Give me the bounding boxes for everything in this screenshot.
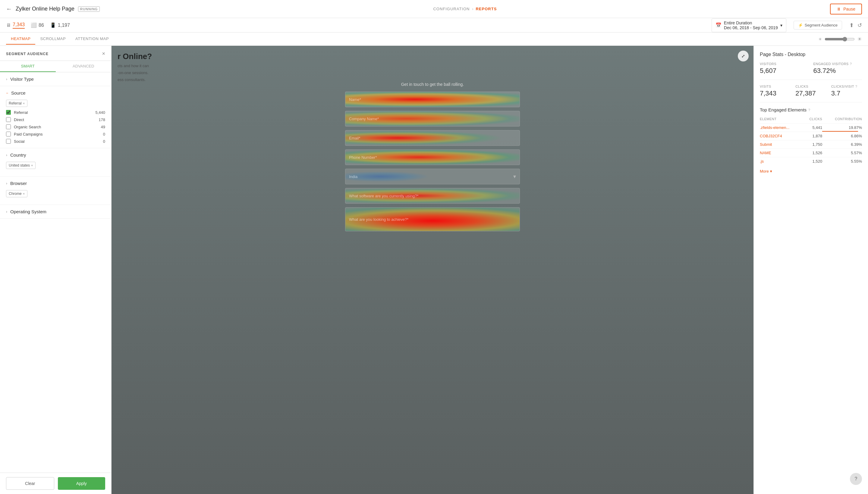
country-content: United states × bbox=[0, 162, 111, 176]
mobile-device[interactable]: 📱 1,197 bbox=[50, 22, 70, 28]
metrics-row: VISITS 7,343 CLICKS 27,387 CLICKS/VISIT … bbox=[760, 84, 862, 102]
heatmap-phone-field: Phone Number* bbox=[345, 149, 520, 165]
nav-reports[interactable]: REPORTS bbox=[476, 7, 497, 11]
element-name[interactable]: COBJ32CF4 bbox=[760, 132, 803, 140]
organic-count: 49 bbox=[90, 125, 105, 129]
browser-header[interactable]: › Browser bbox=[0, 176, 111, 190]
more-label: More bbox=[760, 169, 769, 173]
paid-checkbox[interactable] bbox=[6, 132, 11, 136]
source-header[interactable]: − Source bbox=[0, 86, 111, 100]
referral-checkbox[interactable] bbox=[6, 110, 11, 115]
source-checkbox-list: Referral 5,440 Direct 178 Organic Search… bbox=[6, 110, 105, 144]
element-clicks: 1,750 bbox=[803, 140, 822, 149]
name-placeholder: Name* bbox=[349, 97, 361, 102]
segment-panel: SEGMENT AUDIENCE × SMART ADVANCED › Visi… bbox=[0, 46, 112, 494]
table-row: .zfields-elemen... 5,441 19.87% bbox=[760, 124, 862, 132]
engaged-table: ELEMENT CLICKS CONTRIBUTION .zfields-ele… bbox=[760, 116, 862, 165]
tablet-device[interactable]: ⬜ 86 bbox=[31, 22, 44, 28]
country-expand-icon: › bbox=[6, 153, 7, 157]
heatmap-software-field: What software are you currently using?* bbox=[345, 188, 520, 204]
nav-config[interactable]: CONFIGURATION bbox=[433, 7, 469, 11]
remove-source-tag[interactable]: × bbox=[23, 101, 25, 105]
heatmap-overlay-name bbox=[345, 92, 520, 107]
mobile-count: 1,197 bbox=[58, 23, 70, 28]
expand-button[interactable]: ⤢ bbox=[738, 51, 749, 61]
back-button[interactable]: ← bbox=[6, 5, 12, 12]
source-collapse-icon: − bbox=[6, 91, 8, 95]
os-header[interactable]: › Operating System bbox=[0, 205, 111, 218]
element-contribution: 5.55% bbox=[822, 157, 862, 166]
visitor-type-header[interactable]: › Visitor Type bbox=[0, 72, 111, 86]
smart-tab[interactable]: SMART bbox=[0, 61, 56, 72]
remove-browser-tag[interactable]: × bbox=[23, 192, 25, 195]
visitors-value: 5,607 bbox=[760, 67, 809, 75]
visits-value: 7,343 bbox=[760, 90, 791, 97]
element-clicks: 1,520 bbox=[803, 157, 822, 166]
clicks-value: 27,387 bbox=[795, 90, 826, 97]
cpv-help-icon[interactable]: ? bbox=[855, 84, 857, 88]
element-name[interactable]: .zfields-elemen... bbox=[760, 124, 803, 132]
clicks-per-visit-value: 3.7 bbox=[831, 90, 862, 97]
share-button[interactable]: ⬆ bbox=[849, 22, 854, 28]
pause-button[interactable]: ⏸ Pause bbox=[830, 4, 862, 15]
heatmap-area: r Online? cts and how it can -on-one ses… bbox=[112, 46, 754, 494]
referral-label: Referral bbox=[14, 110, 87, 115]
more-chevron-icon: ▾ bbox=[770, 169, 772, 173]
contribution-col-header: CONTRIBUTION bbox=[822, 116, 862, 124]
engaged-help-icon[interactable]: ? bbox=[850, 62, 852, 66]
segment-label: Segment Audience bbox=[805, 23, 837, 27]
os-expand-icon: › bbox=[6, 210, 7, 214]
close-panel-button[interactable]: × bbox=[102, 51, 105, 57]
element-name[interactable]: NAME bbox=[760, 149, 803, 157]
heatmap-overlay-country bbox=[345, 169, 520, 184]
header-left: ← Zylker Online Help Page RUNNING bbox=[6, 5, 100, 12]
tab-scrollmap[interactable]: SCROLLMAP bbox=[35, 34, 71, 44]
top-engaged-help-icon[interactable]: ? bbox=[808, 108, 810, 112]
help-button[interactable]: ? bbox=[850, 473, 862, 485]
element-clicks: 1,878 bbox=[803, 132, 822, 140]
visits-label: VISITS bbox=[760, 84, 791, 88]
segment-audience-button[interactable]: ⚡ Segment Audience bbox=[794, 21, 842, 30]
status-badge: RUNNING bbox=[78, 6, 100, 12]
header-icons: ⬆ ↺ bbox=[849, 22, 862, 28]
os-label: Operating System bbox=[10, 209, 47, 214]
more-link[interactable]: More ▾ bbox=[760, 169, 862, 173]
top-header: ← Zylker Online Help Page RUNNING CONFIG… bbox=[0, 0, 868, 18]
browser-content: Chrome × bbox=[0, 190, 111, 205]
country-header[interactable]: › Country bbox=[0, 148, 111, 162]
direct-checkbox[interactable] bbox=[6, 117, 11, 122]
organic-checkbox[interactable] bbox=[6, 125, 11, 129]
stats-title: Page Stats - Desktop bbox=[760, 52, 862, 57]
social-checkbox[interactable] bbox=[6, 139, 11, 144]
panel-actions: Clear Apply bbox=[0, 473, 111, 494]
date-selector[interactable]: 📅 Entire Duration Dec 06, 2018 - Sep 06,… bbox=[712, 18, 786, 32]
mobile-icon: 📱 bbox=[50, 22, 56, 28]
refresh-button[interactable]: ↺ bbox=[857, 22, 862, 28]
desktop-device[interactable]: 🖥 7,343 bbox=[6, 22, 25, 28]
clear-button[interactable]: Clear bbox=[6, 477, 54, 490]
apply-button[interactable]: Apply bbox=[58, 477, 106, 490]
browser-section: › Browser Chrome × bbox=[0, 176, 111, 205]
advanced-tab[interactable]: ADVANCED bbox=[56, 61, 112, 72]
panel-title: SEGMENT AUDIENCE bbox=[6, 52, 49, 56]
brightness-slider[interactable] bbox=[825, 37, 855, 42]
device-group: 🖥 7,343 ⬜ 86 📱 1,197 bbox=[6, 22, 70, 28]
table-row: NAME 1,526 5.57% bbox=[760, 149, 862, 157]
source-content: Referral × Referral 5,440 Direct 178 bbox=[0, 100, 111, 148]
tab-heatmap[interactable]: HEATMAP bbox=[6, 34, 35, 44]
source-tags: Referral × bbox=[6, 100, 105, 107]
desktop-count: 7,343 bbox=[13, 22, 25, 28]
header-nav: CONFIGURATION › REPORTS bbox=[433, 7, 497, 11]
list-item: Direct 178 bbox=[6, 117, 105, 122]
country-tag-us: United states × bbox=[6, 162, 36, 169]
overlay-sub-text-2: -on-one sessions. bbox=[117, 71, 152, 75]
element-name[interactable]: Submit bbox=[760, 140, 803, 149]
list-item: Organic Search 49 bbox=[6, 125, 105, 129]
element-clicks: 1,526 bbox=[803, 149, 822, 157]
browser-label: Browser bbox=[10, 181, 27, 186]
list-item: Referral 5,440 bbox=[6, 110, 105, 115]
tab-attention-map[interactable]: ATTENTION MAP bbox=[71, 34, 114, 44]
social-count: 0 bbox=[90, 139, 105, 144]
element-name[interactable]: .js bbox=[760, 157, 803, 166]
remove-country-tag[interactable]: × bbox=[31, 164, 33, 167]
